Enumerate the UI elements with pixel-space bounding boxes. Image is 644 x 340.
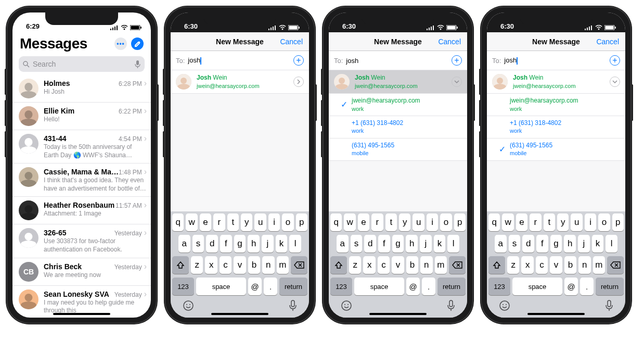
key-h[interactable]: h <box>248 235 260 253</box>
add-contact-button[interactable]: + <box>452 55 462 66</box>
contact-result[interactable]: Josh Wein jwein@hearsaycorp.com <box>329 70 467 94</box>
key-at[interactable]: @ <box>564 278 578 295</box>
key-q[interactable]: q <box>330 213 342 231</box>
key-i[interactable]: i <box>268 213 280 231</box>
key-return[interactable]: return <box>437 278 466 295</box>
key-n[interactable]: n <box>578 256 590 274</box>
key-a[interactable]: a <box>495 235 507 253</box>
key-g[interactable]: g <box>234 235 246 253</box>
key-p[interactable]: p <box>612 213 624 231</box>
key-at[interactable]: @ <box>248 278 262 295</box>
conversation-row[interactable]: 431-44 4:54 PM › Today is the 50th anniv… <box>12 130 151 163</box>
keyboard[interactable]: qwertyuiop asdfghjkl zxcvbnm 123 space @… <box>487 211 625 318</box>
contact-result[interactable]: Josh Wein jwein@hearsaycorp.com <box>171 70 309 94</box>
key-c[interactable]: c <box>536 256 548 274</box>
key-y[interactable]: y <box>241 213 252 231</box>
collapse-button[interactable] <box>452 77 462 87</box>
key-r[interactable]: r <box>371 213 383 231</box>
key-numbers[interactable]: 123 <box>330 278 352 295</box>
key-shift[interactable] <box>172 256 189 274</box>
key-s[interactable]: s <box>351 235 363 253</box>
key-m[interactable]: m <box>435 256 447 274</box>
conversation-list[interactable]: Holmes 6:28 PM › Hi Josh Ellie Kim 6:22 … <box>12 75 151 318</box>
conversation-row[interactable]: Heather Rosenbaum 11:57 AM › Attachment:… <box>12 197 151 224</box>
key-dot[interactable]: . <box>580 278 594 295</box>
key-j[interactable]: j <box>420 235 432 253</box>
key-h[interactable]: h <box>406 235 418 253</box>
key-h[interactable]: h <box>564 235 576 253</box>
key-e[interactable]: e <box>358 213 369 231</box>
key-s[interactable]: s <box>192 235 204 253</box>
key-p[interactable]: p <box>296 213 307 231</box>
key-r[interactable]: r <box>530 213 541 231</box>
to-field[interactable]: To: josh + <box>329 51 467 70</box>
conversation-row[interactable]: Cassie, Mama & Marissa 1:48 PM › I think… <box>12 163 151 197</box>
key-g[interactable]: g <box>392 235 404 253</box>
key-l[interactable]: l <box>606 235 617 253</box>
key-v[interactable]: v <box>550 256 562 274</box>
key-return[interactable]: return <box>279 278 307 295</box>
key-o[interactable]: o <box>440 213 452 231</box>
key-v[interactable]: v <box>234 256 246 274</box>
key-space[interactable]: space <box>354 278 404 295</box>
key-s[interactable]: s <box>509 235 521 253</box>
key-d[interactable]: d <box>206 235 218 253</box>
key-l[interactable]: l <box>289 235 301 253</box>
key-u[interactable]: u <box>571 213 582 231</box>
key-w[interactable]: w <box>186 213 197 231</box>
key-dot[interactable]: . <box>422 278 435 295</box>
key-c[interactable]: c <box>378 256 390 274</box>
key-p[interactable]: p <box>454 213 466 231</box>
compose-button[interactable] <box>131 37 144 50</box>
to-field[interactable]: To: josh + <box>171 51 309 70</box>
key-f[interactable]: f <box>536 235 548 253</box>
keyboard[interactable]: qwertyuiop asdfghjkl zxcvbnm 123 space @… <box>329 211 467 318</box>
key-backspace[interactable] <box>291 256 307 274</box>
key-a[interactable]: a <box>337 235 349 253</box>
key-x[interactable]: x <box>205 256 217 274</box>
cancel-button[interactable]: Cancel <box>438 37 461 46</box>
key-numbers[interactable]: 123 <box>488 278 510 295</box>
conversation-row[interactable]: Holmes 6:28 PM › Hi Josh <box>12 75 151 103</box>
dictate-icon[interactable] <box>135 60 140 68</box>
contact-option[interactable]: ✓ (631) 495-1565 mobile <box>487 138 625 161</box>
emoji-button[interactable] <box>183 300 194 313</box>
key-t[interactable]: t <box>227 213 239 231</box>
key-k[interactable]: k <box>592 235 604 253</box>
home-indicator[interactable] <box>369 313 427 315</box>
key-m[interactable]: m <box>277 256 289 274</box>
key-w[interactable]: w <box>344 213 355 231</box>
cancel-button[interactable]: Cancel <box>596 37 619 46</box>
key-numbers[interactable]: 123 <box>172 278 194 295</box>
key-y[interactable]: y <box>557 213 569 231</box>
key-t[interactable]: t <box>544 213 555 231</box>
expand-button[interactable] <box>293 77 304 87</box>
key-space[interactable]: space <box>512 278 562 295</box>
key-o[interactable]: o <box>282 213 293 231</box>
key-u[interactable]: u <box>254 213 266 231</box>
cancel-button[interactable]: Cancel <box>280 37 303 46</box>
key-f[interactable]: f <box>378 235 390 253</box>
contact-result[interactable]: Josh Wein jwein@hearsaycorp.com <box>487 70 625 94</box>
key-r[interactable]: r <box>213 213 225 231</box>
key-q[interactable]: q <box>172 213 184 231</box>
key-d[interactable]: d <box>364 235 376 253</box>
keyboard[interactable]: qwertyuiop asdfghjkl zxcvbnm 123 space @… <box>171 211 309 318</box>
key-w[interactable]: w <box>502 213 513 231</box>
key-e[interactable]: e <box>516 213 527 231</box>
conversation-row[interactable]: 326-65 Yesterday › Use 303873 for two-fa… <box>12 224 151 258</box>
collapse-button[interactable] <box>610 77 620 87</box>
key-shift[interactable] <box>488 256 505 274</box>
key-d[interactable]: d <box>522 235 534 253</box>
key-shift[interactable] <box>330 256 347 274</box>
key-j[interactable]: j <box>578 235 590 253</box>
key-k[interactable]: k <box>434 235 446 253</box>
key-e[interactable]: e <box>200 213 211 231</box>
key-a[interactable]: a <box>178 235 190 253</box>
key-backspace[interactable] <box>449 256 466 274</box>
home-indicator[interactable] <box>527 313 585 315</box>
key-j[interactable]: j <box>262 235 274 253</box>
home-indicator[interactable] <box>53 313 110 315</box>
key-i[interactable]: i <box>427 213 438 231</box>
dictate-button[interactable] <box>447 300 455 313</box>
